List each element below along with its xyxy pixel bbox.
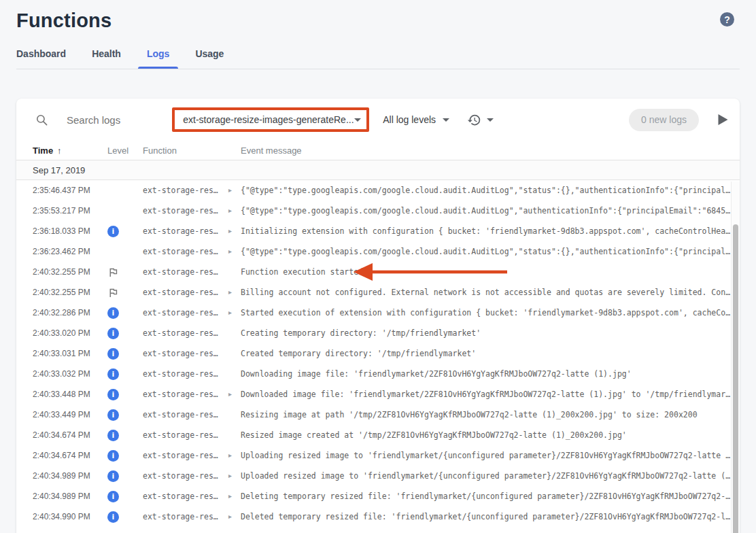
tab-logs[interactable]: Logs xyxy=(147,48,169,69)
log-row[interactable]: 2:36:18.033 PMiext-storage-res…▸Initiali… xyxy=(16,221,740,241)
expand-icon[interactable]: ▸ xyxy=(228,207,241,214)
log-level-cell xyxy=(107,266,143,278)
log-function-name: ext-storage-res… xyxy=(143,349,228,358)
log-row[interactable]: 2:35:53.217 PMext-storage-res…▸{"@type":… xyxy=(16,201,740,221)
log-function-name: ext-storage-res… xyxy=(143,206,228,216)
log-event-message: Function execution started xyxy=(241,267,740,277)
log-time: 2:40:34.989 PM xyxy=(33,471,107,481)
log-time: 2:40:33.449 PM xyxy=(33,410,107,419)
log-row[interactable]: 2:40:33.020 PMiext-storage-res…Creating … xyxy=(16,323,740,343)
log-function-name: ext-storage-res… xyxy=(143,308,228,317)
log-event-message: Deleting temporary resized file: 'friend… xyxy=(241,492,740,501)
log-time: 2:40:33.032 PM xyxy=(33,369,107,379)
log-row[interactable]: 2:40:32.255 PMext-storage-res…▸Billing a… xyxy=(16,282,740,303)
log-function-name: ext-storage-res… xyxy=(143,288,228,297)
search-input[interactable]: Search logs xyxy=(67,114,120,126)
tab-health[interactable]: Health xyxy=(92,48,121,69)
log-row[interactable]: 2:40:32.286 PMiext-storage-res…▸Started … xyxy=(16,303,740,323)
help-button[interactable]: ? xyxy=(720,12,734,27)
column-header-function: Function xyxy=(143,145,228,156)
info-icon: i xyxy=(107,430,119,441)
search-icon xyxy=(35,114,48,126)
log-function-name: ext-storage-res… xyxy=(143,247,228,256)
page-title: Functions xyxy=(16,10,740,32)
expand-icon[interactable]: ▸ xyxy=(228,452,241,459)
log-time: 2:40:34.674 PM xyxy=(33,451,107,460)
expand-icon[interactable]: ▸ xyxy=(228,309,241,316)
expand-icon[interactable]: ▸ xyxy=(228,493,241,500)
vertical-scrollbar-thumb[interactable] xyxy=(733,224,738,533)
log-row[interactable]: 2:40:33.031 PMiext-storage-res…Created t… xyxy=(16,343,740,364)
log-level-cell: i xyxy=(107,348,143,360)
log-function-name: ext-storage-res… xyxy=(143,369,228,379)
log-level-cell: i xyxy=(107,511,143,523)
expand-icon[interactable]: ▸ xyxy=(228,289,241,296)
info-icon: i xyxy=(107,511,119,523)
flag-icon xyxy=(107,287,119,298)
log-table-header: Time ↑ Level Function Event message xyxy=(16,141,740,160)
log-row[interactable]: 2:35:46.437 PMext-storage-res…▸{"@type":… xyxy=(16,180,740,201)
tab-usage[interactable]: Usage xyxy=(195,48,224,69)
expand-icon[interactable]: ▸ xyxy=(228,472,241,479)
info-icon: i xyxy=(107,389,119,400)
page-header: Functions xyxy=(0,0,756,32)
log-rows: 2:35:46.437 PMext-storage-res…▸{"@type":… xyxy=(16,180,740,527)
info-icon: i xyxy=(107,409,119,421)
question-mark-icon: ? xyxy=(724,14,730,25)
date-group-row: Sep 17, 2019 xyxy=(16,160,740,180)
expand-icon[interactable]: ▸ xyxy=(228,513,241,520)
log-row[interactable]: 2:40:33.449 PMiext-storage-res…Resizing … xyxy=(16,405,740,425)
log-row[interactable]: 2:40:34.674 PMiext-storage-res…Resized i… xyxy=(16,425,740,445)
log-level-value: All log levels xyxy=(383,114,436,125)
log-time: 2:40:34.989 PM xyxy=(33,492,107,501)
log-level-cell: i xyxy=(107,389,143,400)
logs-card: Search logs ext-storage-resize-images-ge… xyxy=(16,99,740,533)
log-row[interactable]: 2:40:32.255 PMext-storage-res…Function e… xyxy=(16,262,740,282)
tab-dashboard[interactable]: Dashboard xyxy=(16,48,66,69)
flag-icon xyxy=(107,266,119,278)
log-row[interactable]: 2:40:33.448 PMiext-storage-res…▸Download… xyxy=(16,384,740,405)
log-event-message: Uploading resized image to 'friendlymark… xyxy=(241,451,740,460)
info-icon: i xyxy=(107,491,119,502)
tab-bar: Dashboard Health Logs Usage xyxy=(16,48,740,69)
chevron-down-icon xyxy=(487,118,494,122)
info-icon: i xyxy=(107,450,119,462)
chevron-down-icon xyxy=(354,118,361,122)
log-row[interactable]: 2:40:34.989 PMiext-storage-res…▸Deleting… xyxy=(16,486,740,506)
log-event-message: Resized image created at '/tmp/2ZF81OvH6… xyxy=(241,430,740,440)
log-row[interactable]: 2:40:33.032 PMiext-storage-res…Downloadi… xyxy=(16,364,740,384)
expand-icon[interactable]: ▸ xyxy=(228,391,241,398)
log-level-dropdown[interactable]: All log levels xyxy=(383,114,449,125)
function-filter-dropdown[interactable]: ext-storage-resize-images-generateRe... xyxy=(172,107,369,132)
log-event-message: {"@type":"type.googleapis.com/google.clo… xyxy=(241,206,740,216)
info-icon: i xyxy=(107,368,119,380)
info-icon: i xyxy=(107,307,119,319)
info-icon: i xyxy=(107,328,119,339)
expand-icon[interactable]: ▸ xyxy=(228,187,241,194)
log-event-message: Uploaded resized image to 'friendlymarke… xyxy=(241,471,740,481)
log-row[interactable]: 2:40:34.674 PMiext-storage-res…▸Uploadin… xyxy=(16,445,740,466)
new-logs-button[interactable]: 0 new logs xyxy=(629,109,699,131)
expand-icon[interactable]: ▸ xyxy=(228,248,241,255)
log-row[interactable]: 2:40:34.990 PMiext-storage-res…▸Deleted … xyxy=(16,506,740,527)
log-event-message: Started execution of extension with conf… xyxy=(241,308,740,317)
log-time: 2:35:53.217 PM xyxy=(33,206,107,216)
log-function-name: ext-storage-res… xyxy=(143,471,228,481)
log-function-name: ext-storage-res… xyxy=(143,328,228,338)
logs-toolbar: Search logs ext-storage-resize-images-ge… xyxy=(16,99,740,141)
time-range-dropdown[interactable] xyxy=(467,113,494,127)
play-icon[interactable] xyxy=(718,114,728,125)
log-level-cell: i xyxy=(107,450,143,462)
log-event-message: Initializing extension with configuratio… xyxy=(241,226,740,236)
vertical-scrollbar-track[interactable] xyxy=(731,182,740,533)
expand-icon[interactable]: ▸ xyxy=(228,228,241,235)
column-header-time[interactable]: Time ↑ xyxy=(33,145,107,156)
log-row[interactable]: 2:40:34.989 PMiext-storage-res…▸Uploaded… xyxy=(16,466,740,486)
log-time: 2:36:23.462 PM xyxy=(33,247,107,256)
log-function-name: ext-storage-res… xyxy=(143,267,228,277)
log-level-cell: i xyxy=(107,368,143,380)
log-event-message: Downloaded image file: 'friendlymarket/2… xyxy=(241,390,740,399)
log-function-name: ext-storage-res… xyxy=(143,492,228,501)
log-row[interactable]: 2:36:23.462 PMext-storage-res…▸{"@type":… xyxy=(16,241,740,262)
chevron-down-icon xyxy=(443,118,449,122)
